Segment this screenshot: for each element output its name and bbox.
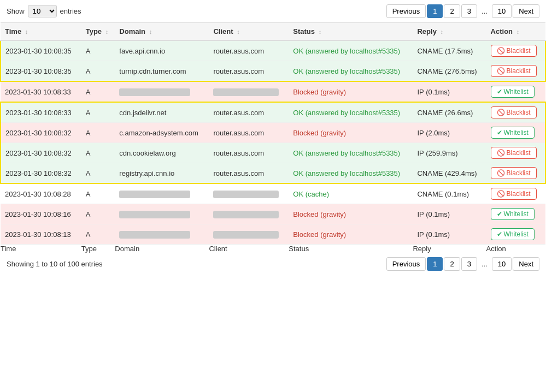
page-2-button-bottom[interactable]: 2 <box>444 257 460 271</box>
whitelist-icon: ✔ <box>497 88 502 96</box>
sort-action-icon[interactable]: ↕ <box>516 28 520 35</box>
cell-time: 2023-01-30 10:08:33 <box>1 102 81 123</box>
blacklist-icon: 🚫 <box>497 67 505 75</box>
page-1-button-top[interactable]: 1 <box>427 4 443 18</box>
status-text: Blocked (gravity) <box>293 88 346 96</box>
table-row: 2023-01-30 10:08:33ABlocked (gravity)IP … <box>1 81 545 102</box>
whitelist-button[interactable]: ✔Whitelist <box>491 86 535 98</box>
cell-reply: CNAME (276.5ms) <box>413 61 486 82</box>
cell-domain <box>115 81 209 102</box>
show-entries-container: Show 10 25 50 100 entries <box>7 5 81 17</box>
blacklist-button[interactable]: 🚫Blacklist <box>491 45 537 57</box>
action-label: Blacklist <box>507 149 531 157</box>
cell-domain: fave.api.cnn.io <box>115 40 209 61</box>
action-label: Blacklist <box>507 190 531 198</box>
page-3-button-bottom[interactable]: 3 <box>461 257 477 271</box>
cell-time: 2023-01-30 10:08:32 <box>1 143 81 163</box>
action-label: Whitelist <box>504 210 529 218</box>
cell-domain: registry.api.cnn.io <box>115 163 209 184</box>
status-text: Blocked (gravity) <box>293 230 346 239</box>
page-2-button-top[interactable]: 2 <box>444 4 460 18</box>
blurred-value <box>213 88 279 96</box>
status-text: Blocked (gravity) <box>293 129 346 137</box>
cell-action: ✔Whitelist <box>486 81 545 102</box>
blurred-value <box>213 231 279 239</box>
cell-time: 2023-01-30 10:08:33 <box>1 81 81 102</box>
cell-client <box>209 183 289 204</box>
cell-reply: IP (259.9ms) <box>413 143 486 163</box>
next-button-top[interactable]: Next <box>513 4 539 18</box>
pagination-bottom: Previous 1 2 3 ... 10 Next <box>386 257 539 271</box>
cell-type: A <box>81 224 115 245</box>
footer-col-type: Type <box>81 245 115 253</box>
cell-time: 2023-01-30 10:08:28 <box>1 183 81 204</box>
prev-button-top[interactable]: Previous <box>386 4 426 18</box>
sort-client-icon[interactable]: ↕ <box>237 28 240 35</box>
table-row: 2023-01-30 10:08:35Aturnip.cdn.turner.co… <box>1 61 545 82</box>
cell-reply: CNAME (0.1ms) <box>413 183 486 204</box>
entries-select[interactable]: 10 25 50 100 <box>28 5 57 17</box>
sort-time-icon[interactable]: ↕ <box>25 28 28 35</box>
sort-reply-icon[interactable]: ↕ <box>441 28 444 35</box>
status-text: OK (answered by localhost#5335) <box>293 67 400 75</box>
cell-action: ✔Whitelist <box>486 123 545 143</box>
cell-type: A <box>81 163 115 184</box>
cell-client <box>209 81 289 102</box>
cell-type: A <box>81 123 115 143</box>
sort-status-icon[interactable]: ↕ <box>319 28 322 35</box>
cell-client: router.asus.com <box>209 102 289 123</box>
table-row: 2023-01-30 10:08:32Ac.amazon-adsystem.co… <box>1 123 545 143</box>
cell-client: router.asus.com <box>209 123 289 143</box>
cell-status: OK (answered by localhost#5335) <box>289 102 413 123</box>
blacklist-icon: 🚫 <box>497 109 505 116</box>
show-label: Show <box>7 7 25 15</box>
footer-col-client: Client <box>209 245 289 253</box>
whitelist-button[interactable]: ✔Whitelist <box>491 208 535 220</box>
cell-type: A <box>81 61 115 82</box>
page-1-button-bottom[interactable]: 1 <box>427 257 443 271</box>
col-client: Client ↕ <box>209 23 289 41</box>
cell-time: 2023-01-30 10:08:16 <box>1 204 81 224</box>
cell-type: A <box>81 143 115 163</box>
cell-type: A <box>81 40 115 61</box>
cell-reply: CNAME (26.6ms) <box>413 102 486 123</box>
cell-type: A <box>81 102 115 123</box>
sort-type-icon[interactable]: ↕ <box>105 28 109 35</box>
table-row: 2023-01-30 10:08:33Acdn.jsdelivr.netrout… <box>1 102 545 123</box>
col-status: Status ↕ <box>289 23 413 41</box>
blacklist-button[interactable]: 🚫Blacklist <box>491 167 537 179</box>
blacklist-icon: 🚫 <box>497 190 505 198</box>
sort-domain-icon[interactable]: ↕ <box>149 28 152 35</box>
blurred-value <box>213 211 279 218</box>
blacklist-button[interactable]: 🚫Blacklist <box>491 65 537 77</box>
whitelist-icon: ✔ <box>497 230 502 238</box>
table-row: 2023-01-30 10:08:32Aregistry.api.cnn.ior… <box>1 163 545 184</box>
next-button-bottom[interactable]: Next <box>513 257 539 271</box>
cell-status: Blocked (gravity) <box>289 224 413 245</box>
cell-client: router.asus.com <box>209 143 289 163</box>
cell-action: 🚫Blacklist <box>486 102 545 123</box>
whitelist-button[interactable]: ✔Whitelist <box>491 228 535 240</box>
prev-button-bottom[interactable]: Previous <box>386 257 426 271</box>
col-reply: Reply ↕ <box>413 23 486 41</box>
blacklist-button[interactable]: 🚫Blacklist <box>491 147 537 159</box>
action-label: Blacklist <box>507 169 531 177</box>
cell-status: OK (answered by localhost#5335) <box>289 61 413 82</box>
cell-time: 2023-01-30 10:08:13 <box>1 224 81 245</box>
page-10-button-top[interactable]: 10 <box>492 4 512 18</box>
cell-status: Blocked (gravity) <box>289 204 413 224</box>
blacklist-icon: 🚫 <box>497 47 505 55</box>
top-controls: Show 10 25 50 100 entries Previous 1 2 3… <box>0 0 546 22</box>
whitelist-icon: ✔ <box>497 129 502 136</box>
page-3-button-top[interactable]: 3 <box>461 4 477 18</box>
footer-col-reply: Reply <box>413 245 486 253</box>
blacklist-button[interactable]: 🚫Blacklist <box>491 188 537 200</box>
entries-label: entries <box>60 7 81 15</box>
whitelist-button[interactable]: ✔Whitelist <box>491 127 535 139</box>
cell-time: 2023-01-30 10:08:32 <box>1 123 81 143</box>
blacklist-button[interactable]: 🚫Blacklist <box>491 106 537 118</box>
cell-status: OK (cache) <box>289 183 413 204</box>
page-10-button-bottom[interactable]: 10 <box>492 257 512 271</box>
status-text: OK (answered by localhost#5335) <box>293 109 400 117</box>
col-domain: Domain ↕ <box>115 23 209 41</box>
